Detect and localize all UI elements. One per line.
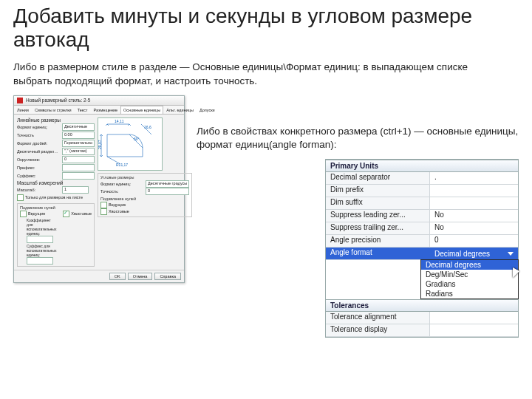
dialog-left-column: Линейные размеры Формат единиц:Десятичны… <box>17 117 95 267</box>
decsep-select[interactable]: "," (запятая) <box>62 148 95 155</box>
angular-group: Угловые размеры Формат единиц:Десятичные… <box>98 173 192 217</box>
intro-paragraph-2: Либо в свойствах конкретного размера (ct… <box>197 125 519 151</box>
svg-text:60°: 60° <box>134 137 140 141</box>
subunit-factor-label: Коэффициент для вспомогательных единиц: <box>27 218 57 236</box>
zeros-suppress-group: Подавление нулей Ведущие Коэффициент для… <box>17 203 95 267</box>
unit-format-label: Формат единиц: <box>17 125 60 129</box>
option-decimal-degrees[interactable]: Decimal degrees <box>421 260 518 270</box>
tab-alt-units[interactable]: Альт. единицы <box>163 106 197 114</box>
subunit-suffix-input[interactable] <box>27 257 53 265</box>
tab-text[interactable]: Текст <box>75 106 91 114</box>
scale-label: Масштаб: <box>17 188 60 192</box>
precision-label: Точность <box>17 133 60 137</box>
page-title: Добавить минуты и секунды в угловом разм… <box>13 4 519 52</box>
scale-input[interactable]: 1 <box>62 186 89 194</box>
tab-primary-units[interactable]: Основные единицы <box>120 106 163 114</box>
dialog-tabs: Линии Символы и стрелки Текст Размещение… <box>14 106 184 115</box>
decsep-label: Десятичный разделитель: <box>17 149 60 154</box>
scale-group-title: Масштаб измерений <box>17 180 95 185</box>
tab-symbols[interactable]: Символы и стрелки <box>32 106 75 114</box>
help-button[interactable]: Справка <box>154 273 181 280</box>
trailing-checkbox[interactable]: Хвостовые <box>63 211 92 217</box>
ang-leading-checkbox[interactable]: Ведущие <box>100 202 189 208</box>
suffix-label: Суффикс: <box>17 174 60 178</box>
option-gradians[interactable]: Gradians <box>421 279 518 289</box>
row-decimal-separator[interactable]: Decimal separator. <box>326 172 518 185</box>
fraction-label: Формат дробей: <box>17 141 60 146</box>
row-tolerance-display[interactable]: Tolerance display <box>326 324 518 337</box>
row-tolerance-alignment[interactable]: Tolerance alignment <box>326 312 518 324</box>
svg-text:28,07: 28,07 <box>98 140 102 149</box>
ok-button[interactable]: OK <box>109 273 126 280</box>
ang-format-select[interactable]: Десятичные градусы <box>146 180 189 188</box>
precision-select[interactable]: 0.00 <box>62 132 95 139</box>
section-tolerances[interactable]: Tolerances <box>326 299 518 312</box>
option-deg-min-sec[interactable]: Deg/Min/Sec <box>421 270 518 279</box>
option-radians[interactable]: Radians <box>421 289 518 299</box>
app-icon <box>17 98 23 103</box>
row-suppress-leading[interactable]: Suppress leading zer...No <box>326 210 518 222</box>
row-dim-prefix[interactable]: Dim prefix <box>326 185 518 197</box>
tab-fit[interactable]: Размещение <box>91 106 121 114</box>
angle-format-dropdown[interactable]: Decimal degrees Deg/Min/Sec Gradians Rad… <box>420 259 519 299</box>
ang-trailing-checkbox[interactable]: Хвостовые <box>100 208 189 215</box>
intro-paragraph-1: Либо в размерном стиле в разделе — Основ… <box>13 61 501 87</box>
ang-precision-label: Точность: <box>100 189 143 194</box>
dialog-right-column: 14,11 16,6 28,07 60° R11,17 Угловые разм… <box>98 117 192 267</box>
round-label: Округление: <box>17 157 60 162</box>
leading-checkbox[interactable]: Ведущие <box>20 211 57 217</box>
properties-palette: Primary Units Decimal separator. Dim pre… <box>325 159 519 338</box>
row-angle-format[interactable]: Angle format Decimal degrees <box>326 248 518 260</box>
prefix-label: Префикс: <box>17 166 60 170</box>
row-angle-precision[interactable]: Angle precision0 <box>326 235 518 248</box>
subunit-suffix-label: Суффикс для вспомогательных единиц: <box>27 244 57 257</box>
preview-pane: 14,11 16,6 28,07 60° R11,17 <box>98 117 163 171</box>
prefix-input[interactable] <box>62 164 95 171</box>
linear-group-title: Линейные размеры <box>17 117 95 123</box>
dropdown-arrow-icon[interactable] <box>508 252 514 256</box>
svg-text:16,6: 16,6 <box>144 125 151 129</box>
ang-format-label: Формат единиц: <box>100 182 143 186</box>
only-layout-checkbox[interactable]: Только для размеров на листе <box>17 194 95 201</box>
ang-precision-select[interactable]: 0 <box>146 188 189 195</box>
row-suppress-trailing[interactable]: Suppress trailing zer...No <box>326 222 518 235</box>
svg-text:R11,17: R11,17 <box>116 163 128 167</box>
dimension-style-dialog: Новый размерный стиль: 2-5 Линии Символы… <box>13 95 185 283</box>
fraction-select[interactable]: Горизонтально <box>62 140 95 147</box>
unit-format-select[interactable]: Десятичные <box>62 123 95 131</box>
subunit-factor-input[interactable] <box>27 236 53 243</box>
tab-tolerances[interactable]: Допуски <box>197 106 218 114</box>
tab-lines[interactable]: Линии <box>14 106 32 114</box>
dialog-titlebar[interactable]: Новый размерный стиль: 2-5 <box>14 96 184 106</box>
round-input[interactable]: 0 <box>62 156 95 163</box>
svg-text:14,11: 14,11 <box>115 119 124 123</box>
section-primary-units[interactable]: Primary Units <box>326 160 518 172</box>
suffix-input[interactable] <box>62 172 95 180</box>
cancel-button[interactable]: Отмена <box>128 273 153 280</box>
row-dim-suffix[interactable]: Dim suffix <box>326 197 518 210</box>
dialog-title: Новый размерный стиль: 2-5 <box>26 98 90 103</box>
